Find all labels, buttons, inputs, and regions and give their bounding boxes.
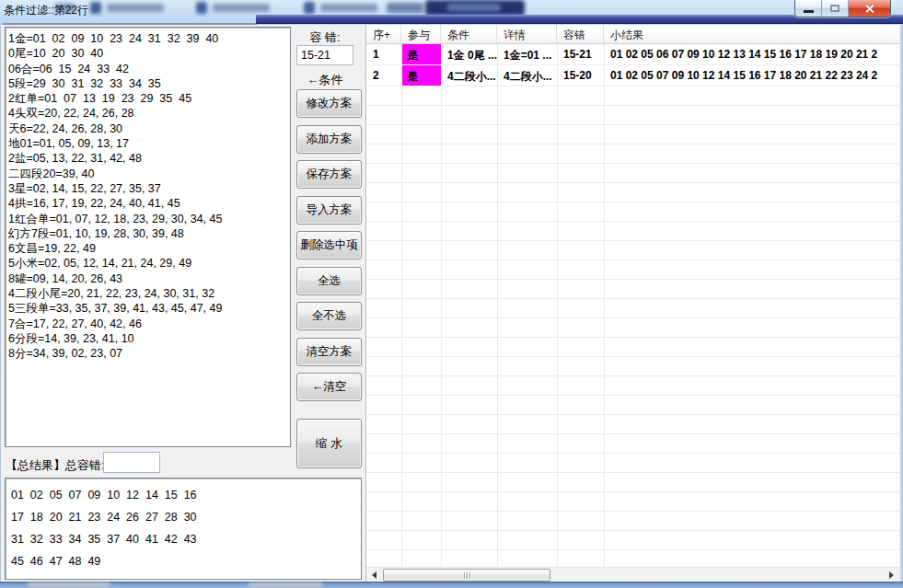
- cell-seq: 1: [366, 44, 401, 64]
- background-active-tab-text: [447, 4, 501, 11]
- shrink-button[interactable]: 缩 水: [296, 419, 362, 468]
- plan-table-header: 序+ 参与 条件 详情 容错 小结果: [366, 25, 900, 44]
- header-participate[interactable]: 参与: [401, 25, 441, 43]
- left-edge-sliver: [0, 25, 1, 582]
- left-arrow-icon: [372, 571, 376, 579]
- minimize-icon: [804, 10, 814, 13]
- clear-plans-button[interactable]: 清空方案: [296, 338, 362, 366]
- total-tolerance-input[interactable]: [103, 452, 160, 473]
- background-smudge: [28, 582, 110, 587]
- table-row-1[interactable]: 1 是 1金 0尾 ... 1金=01 ... 15-21 01 02 05 0…: [366, 44, 900, 65]
- thumb-grip-icon: [467, 572, 468, 579]
- cell-tolerance: 15-20: [557, 65, 604, 86]
- cell-participate[interactable]: 是: [401, 44, 441, 64]
- app-window: 条件过滤::第22行 1金=01 02 09 10 23 24 31 32 39…: [0, 0, 903, 588]
- grid-column-line: [441, 44, 442, 567]
- scroll-right-arrow[interactable]: [884, 568, 898, 582]
- scroll-left-arrow[interactable]: [366, 568, 381, 582]
- right-arrow-icon: [889, 571, 894, 579]
- header-result[interactable]: 小结果: [604, 25, 900, 43]
- grid-column-line: [557, 44, 558, 567]
- cell-tolerance: 15-21: [557, 44, 604, 64]
- cell-detail: 1金=01 ...: [497, 44, 557, 64]
- cell-seq: 2: [366, 65, 401, 86]
- background-window-smudge: [387, 3, 423, 13]
- scrollbar-thumb[interactable]: [383, 569, 550, 582]
- table-row-2[interactable]: 2 是 4二段小... 4二段小... 15-20 01 02 05 07 09…: [366, 65, 900, 86]
- background-window-smudge: [320, 4, 377, 12]
- background-document-icon: [196, 2, 207, 14]
- close-icon: [864, 4, 874, 14]
- plan-table: 序+ 参与 条件 详情 容错 小结果 1 是 1金 0尾 ... 1金=01 .…: [365, 25, 899, 582]
- window-controls: [794, 0, 891, 17]
- thumb-grip-icon: [469, 572, 470, 579]
- header-condition[interactable]: 条件: [441, 25, 497, 43]
- background-window-smudge: [107, 4, 164, 12]
- maximize-button[interactable]: [822, 0, 849, 17]
- cell-result: 01 02 05 06 07 09 10 12 13 14 15 16 17 1…: [604, 44, 900, 64]
- add-plan-button[interactable]: 添加方案: [296, 125, 362, 154]
- background-document-icon: [90, 2, 101, 14]
- maximize-icon: [830, 5, 839, 12]
- thumb-grip-icon: [464, 572, 465, 579]
- background-smudge: [249, 582, 322, 587]
- select-all-button[interactable]: 全选: [296, 267, 362, 295]
- cell-condition: 4二段小...: [441, 65, 497, 86]
- grid-column-line: [604, 44, 605, 567]
- cell-result: 01 02 05 07 09 10 12 14 15 16 17 18 20 2…: [604, 65, 900, 86]
- clear-condition-button[interactable]: ←清空: [296, 373, 362, 401]
- modify-plan-button[interactable]: 修改方案: [296, 89, 362, 118]
- grid-column-line: [401, 44, 402, 567]
- select-none-button[interactable]: 全不选: [296, 302, 362, 330]
- plan-table-empty-grid: [366, 86, 900, 567]
- horizontal-scrollbar[interactable]: [366, 567, 900, 582]
- header-seq[interactable]: 序+: [366, 25, 401, 43]
- condition-list-textbox[interactable]: 1金=01 02 09 10 23 24 31 32 39 40 0尾=10 2…: [5, 27, 291, 447]
- close-button[interactable]: [849, 0, 890, 17]
- tolerance-label: 容 错:: [296, 29, 353, 46]
- background-bottom-strip: [0, 582, 903, 588]
- tolerance-input[interactable]: [296, 45, 353, 65]
- header-tolerance[interactable]: 容错: [557, 25, 604, 43]
- header-detail[interactable]: 详情: [497, 25, 557, 43]
- client-area: 1金=01 02 09 10 23 24 31 32 39 40 0尾=10 2…: [0, 25, 903, 582]
- save-plan-button[interactable]: 保存方案: [296, 160, 362, 189]
- cell-detail: 4二段小...: [497, 65, 557, 86]
- title-bar: 条件过滤::第22行: [0, 0, 903, 25]
- total-result-textbox[interactable]: 01 02 05 07 09 10 12 14 15 16 17 18 20 2…: [5, 478, 362, 580]
- import-plan-button[interactable]: 导入方案: [296, 196, 362, 225]
- window-title: 条件过滤::第22行: [4, 3, 88, 18]
- cell-condition: 1金 0尾 ...: [441, 44, 497, 64]
- delete-selected-button[interactable]: 删除选中项: [296, 231, 362, 259]
- arrow-condition-label: ←条件: [296, 72, 353, 88]
- cell-participate[interactable]: 是: [401, 65, 441, 86]
- background-document-icon: [304, 2, 315, 14]
- window-right-border: [899, 25, 903, 582]
- grid-column-line: [497, 44, 498, 567]
- total-result-label: 【总结果】总容错:: [6, 457, 105, 474]
- background-window-smudge: [213, 4, 270, 12]
- minimize-button[interactable]: [795, 0, 822, 17]
